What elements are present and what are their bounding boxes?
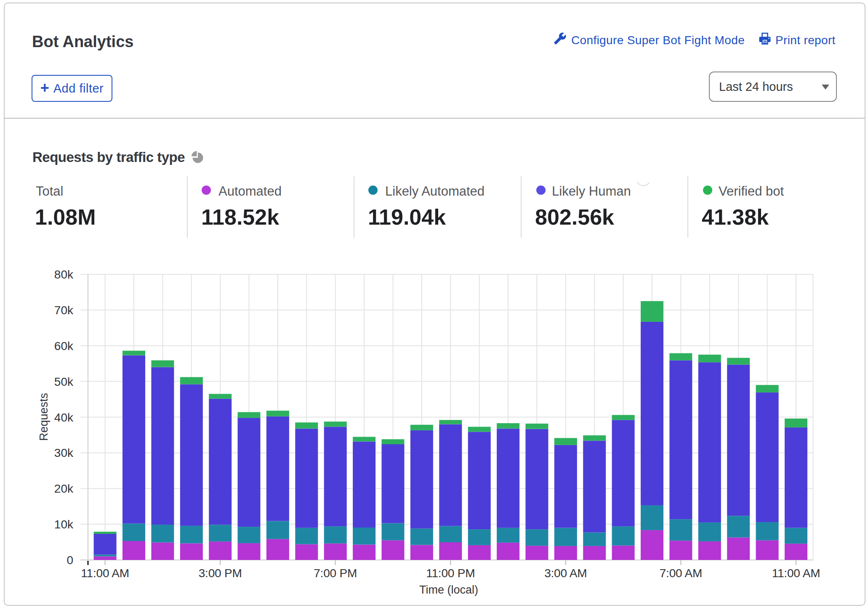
svg-text:7:00 PM: 7:00 PM <box>314 567 357 580</box>
svg-text:0: 0 <box>67 554 73 567</box>
svg-text:11:00 AM: 11:00 AM <box>772 567 820 580</box>
svg-text:50k: 50k <box>54 375 74 388</box>
svg-text:20k: 20k <box>54 482 74 495</box>
svg-text:7:00 AM: 7:00 AM <box>660 567 702 580</box>
svg-text:30k: 30k <box>54 446 74 459</box>
svg-text:80k: 80k <box>54 268 74 281</box>
svg-text:11:00 PM: 11:00 PM <box>426 567 475 580</box>
svg-text:60k: 60k <box>54 339 74 353</box>
svg-text:40k: 40k <box>54 411 74 424</box>
svg-text:Requests: Requests <box>37 393 50 441</box>
svg-text:Time (local): Time (local) <box>419 583 478 596</box>
svg-text:3:00 PM: 3:00 PM <box>199 567 242 580</box>
svg-text:10k: 10k <box>54 518 74 531</box>
svg-text:70k: 70k <box>54 304 74 317</box>
svg-text:11:00 AM: 11:00 AM <box>81 567 129 580</box>
svg-text:3:00 AM: 3:00 AM <box>544 567 587 580</box>
